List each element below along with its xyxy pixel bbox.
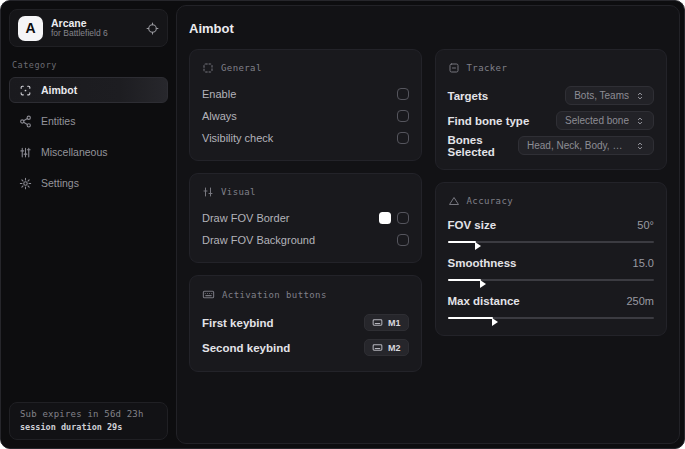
setting-label: Visibility check (202, 132, 273, 144)
gear-icon (19, 177, 32, 190)
chevrons-up-down-icon (635, 141, 645, 151)
dropdown-value: Bots, Teams (574, 90, 629, 101)
setting-label: First keybind (202, 317, 274, 329)
setting-row-enable: Enable (202, 83, 409, 105)
crosshair-scan-icon (19, 84, 32, 97)
visual-card-header: Visual (202, 186, 409, 198)
slider-fill (448, 279, 481, 281)
app-subtitle: for Battlefield 6 (51, 29, 138, 39)
card-title: General (221, 63, 262, 73)
slider-thumb[interactable] (480, 280, 486, 288)
logo-card: A Arcane for Battlefield 6 (9, 9, 168, 47)
bones-selected-dropdown[interactable]: Head, Neck, Body, Pe.. (518, 136, 654, 155)
setting-row-fov-size: FOV size 50° (448, 216, 655, 246)
slider-fill (448, 241, 477, 243)
max-distance-value: 250m (626, 295, 654, 307)
session-duration-text: session duration 29s (20, 422, 157, 432)
setting-row-max-distance: Max distance 250m (448, 292, 655, 322)
enable-checkbox[interactable] (397, 88, 409, 100)
setting-row-find-bone-type: Find bone type Selected bone (448, 108, 655, 133)
general-card-header: General (202, 62, 409, 74)
keyboard-icon (202, 288, 215, 301)
card-title: Accuracy (467, 196, 514, 206)
fov-background-checkbox[interactable] (397, 234, 409, 246)
slider-thumb[interactable] (492, 318, 498, 326)
setting-row-fov-background: Draw FOV Background (202, 229, 409, 251)
setting-label: Always (202, 110, 237, 122)
main-panel: Aimbot General Enable (176, 5, 680, 444)
sidebar-item-miscellaneous[interactable]: Miscellaneous (9, 139, 168, 165)
sidebar-item-entities[interactable]: Entities (9, 108, 168, 134)
page-title: Aimbot (189, 21, 667, 36)
activation-card-header: Activation buttons (202, 288, 409, 301)
accuracy-card-header: Accuracy (448, 195, 655, 207)
smoothness-slider[interactable] (448, 275, 655, 284)
slider-fill (448, 317, 493, 319)
targets-dropdown[interactable]: Bots, Teams (565, 86, 654, 105)
setting-row-smoothness: Smoothness 15.0 (448, 254, 655, 284)
subscription-status: Sub expires in 56d 23h session duration … (9, 402, 168, 440)
app-window: A Arcane for Battlefield 6 Category Aimb… (0, 0, 685, 449)
app-logo: A (18, 16, 43, 41)
dropdown-value: Head, Neck, Body, Pe.. (527, 140, 629, 151)
keybind-value: M2 (388, 343, 401, 353)
sidebar-item-label: Settings (41, 177, 79, 189)
setting-row-fov-border: Draw FOV Border (202, 207, 409, 229)
left-column: General Enable Always Visibility check (189, 49, 422, 372)
box-minus-icon (448, 62, 460, 74)
sidebar-item-aimbot[interactable]: Aimbot (9, 77, 168, 103)
crosshair-icon[interactable] (146, 22, 159, 35)
chevrons-up-down-icon (635, 116, 645, 126)
always-checkbox[interactable] (397, 110, 409, 122)
chevrons-up-down-icon (635, 91, 645, 101)
find-bone-type-dropdown[interactable]: Selected bone (556, 111, 654, 130)
sidebar-item-label: Aimbot (41, 84, 77, 96)
sidebar: A Arcane for Battlefield 6 Category Aimb… (1, 1, 176, 448)
sidebar-item-settings[interactable]: Settings (9, 170, 168, 196)
triangle-icon (448, 195, 460, 207)
sliders-icon (19, 146, 32, 159)
network-icon (19, 115, 32, 128)
sidebar-item-label: Entities (41, 115, 75, 127)
fov-border-checkbox[interactable] (397, 212, 409, 224)
dropdown-value: Selected bone (565, 115, 629, 126)
second-keybind-button[interactable]: M2 (364, 339, 409, 356)
activation-card: Activation buttons First keybind M1 Seco… (189, 275, 422, 372)
setting-row-visibility-check: Visibility check (202, 127, 409, 149)
setting-row-first-keybind: First keybind M1 (202, 310, 409, 335)
setting-row-always: Always (202, 105, 409, 127)
setting-label: FOV size (448, 219, 497, 231)
sidebar-nav: Aimbot Entities Miscellaneous Settings (9, 77, 168, 196)
keybind-value: M1 (388, 318, 401, 328)
setting-label: Second keybind (202, 342, 290, 354)
card-title: Tracker (467, 63, 508, 73)
tracker-card: Tracker Targets Bots, Teams Find bone ty… (435, 49, 668, 170)
setting-label: Targets (448, 90, 489, 102)
accuracy-card: Accuracy FOV size 50° (435, 182, 668, 336)
visual-card: Visual Draw FOV Border Draw FOV Backgrou… (189, 173, 422, 263)
first-keybind-button[interactable]: M1 (364, 314, 409, 331)
slider-thumb[interactable] (475, 242, 481, 250)
fov-size-value: 50° (637, 219, 654, 231)
setting-label: Max distance (448, 295, 520, 307)
sliders-vertical-icon (202, 186, 214, 198)
smoothness-value: 15.0 (633, 257, 654, 269)
sub-expiry-text: Sub expires in 56d 23h (20, 409, 157, 419)
setting-row-targets: Targets Bots, Teams (448, 83, 655, 108)
general-card: General Enable Always Visibility check (189, 49, 422, 161)
keyboard-icon (372, 342, 383, 353)
setting-row-second-keybind: Second keybind M2 (202, 335, 409, 360)
fov-border-color-swatch[interactable] (379, 212, 391, 224)
category-label: Category (12, 60, 166, 70)
right-column: Tracker Targets Bots, Teams Find bone ty… (435, 49, 668, 336)
fov-size-slider[interactable] (448, 237, 655, 246)
card-title: Activation buttons (222, 290, 327, 300)
max-distance-slider[interactable] (448, 313, 655, 322)
setting-row-bones-selected: Bones Selected Head, Neck, Body, Pe.. (448, 133, 655, 158)
setting-label: Enable (202, 88, 236, 100)
dashed-square-icon (202, 62, 214, 74)
visibility-check-checkbox[interactable] (397, 132, 409, 144)
setting-label: Bones Selected (448, 134, 519, 158)
sidebar-item-label: Miscellaneous (41, 146, 108, 158)
setting-label: Draw FOV Border (202, 212, 289, 224)
